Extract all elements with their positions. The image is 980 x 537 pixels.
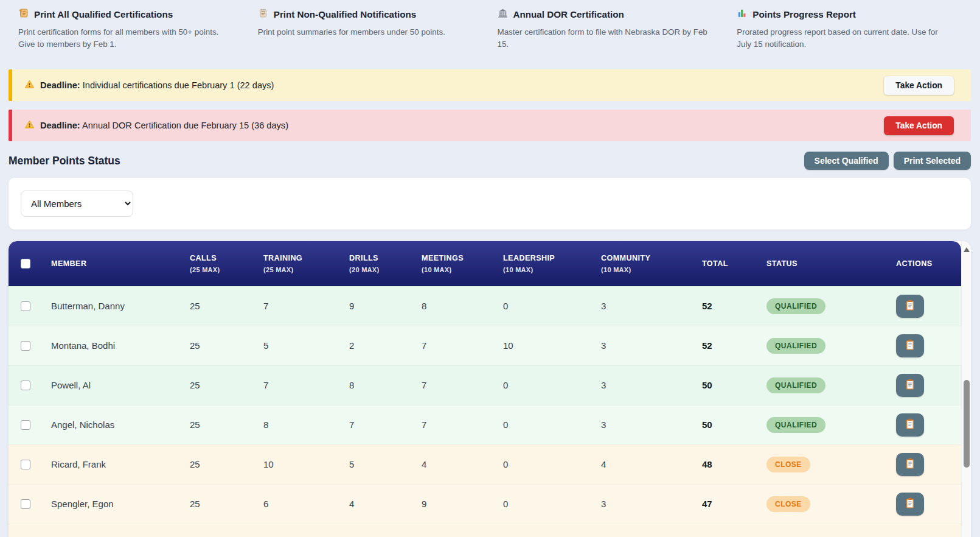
card-progress-report[interactable]: Points Progress Report Prorated progress…: [737, 8, 962, 51]
member-name: Montana, Bodhi: [45, 326, 184, 365]
table-row: Angel, Nicholas 25 8 7 7 0 3 50 QUALIFIE…: [9, 405, 961, 444]
table-row: Spengler, Egon 25 6 4 9 0 3 47 CLOSE: [9, 484, 961, 524]
take-action-button[interactable]: Take Action: [884, 76, 954, 95]
table-row: Ricard, Frank 25 10 5 4 0 4 48 CLOSE: [9, 444, 961, 484]
print-member-button[interactable]: [896, 453, 924, 476]
warning-icon: [24, 119, 40, 132]
column-header-community: COMMUNITY: [601, 254, 696, 262]
card-description: Print certification forms for all member…: [18, 26, 230, 51]
scroll-up-arrow[interactable]: [964, 247, 970, 252]
column-header-total: TOTAL: [702, 259, 760, 268]
clipboard-icon: [905, 379, 915, 392]
status-badge: CLOSE: [766, 457, 810, 472]
card-description: Print point summaries for members under …: [258, 26, 470, 38]
notepad-icon: [258, 8, 268, 21]
print-member-button[interactable]: [896, 413, 924, 437]
member-name: Butterman, Danny: [45, 286, 184, 326]
table-row: Butterman, Danny 25 7 9 8 0 3 52 QUALIFI…: [9, 286, 961, 326]
column-header-status: STATUS: [766, 259, 890, 268]
clipboard-icon: [905, 458, 915, 471]
column-header-meetings: MEETINGS: [422, 254, 497, 262]
print-member-button[interactable]: [896, 374, 924, 397]
card-title: Print Non-Qualified Notifications: [274, 9, 417, 19]
column-header-drills: DRILLS: [349, 254, 415, 262]
print-member-button[interactable]: [896, 493, 924, 516]
status-badge: QUALIFIED: [766, 338, 825, 354]
table-row: [9, 524, 961, 537]
card-print-qualified[interactable]: Print All Qualified Certifications Print…: [18, 8, 243, 51]
column-header-leadership: LEADERSHIP: [503, 254, 595, 262]
table-header-row: MEMBER CALLS(25 MAX) TRAINING(25 MAX) DR…: [9, 241, 961, 286]
bar-chart-icon: [737, 8, 747, 21]
clipboard-icon: [905, 497, 915, 511]
clipboard-icon: [905, 418, 915, 432]
card-title: Print All Qualified Certifications: [34, 9, 173, 19]
card-print-non-qualified[interactable]: Print Non-Qualified Notifications Print …: [258, 8, 483, 51]
table-row: Powell, Al 25 7 8 7 0 3 50 QUALIFIED: [9, 365, 961, 405]
row-checkbox[interactable]: [21, 460, 30, 469]
select-all-checkbox[interactable]: [21, 259, 30, 268]
clipboard-icon: [905, 339, 915, 353]
row-checkbox[interactable]: [21, 341, 30, 351]
member-name: Spengler, Egon: [45, 484, 184, 524]
bank-icon: [498, 8, 508, 21]
row-checkbox[interactable]: [21, 420, 30, 430]
print-member-button[interactable]: [896, 295, 924, 318]
status-badge: QUALIFIED: [766, 417, 825, 433]
member-points-table-card: MEMBER CALLS(25 MAX) TRAINING(25 MAX) DR…: [9, 241, 971, 537]
member-name: Ricard, Frank: [45, 444, 184, 484]
member-name: Powell, Al: [45, 365, 184, 405]
card-annual-dor[interactable]: Annual DOR Certification Master certific…: [498, 8, 723, 51]
member-points-table: MEMBER CALLS(25 MAX) TRAINING(25 MAX) DR…: [9, 241, 961, 537]
status-badge: QUALIFIED: [766, 377, 825, 393]
card-title: Points Progress Report: [752, 9, 856, 19]
card-title: Annual DOR Certification: [513, 9, 624, 19]
select-qualified-button[interactable]: Select Qualified: [804, 152, 889, 170]
scrollbar-thumb[interactable]: [964, 380, 970, 468]
column-header-training: TRAINING: [263, 254, 343, 262]
quick-actions-row: Print All Qualified Certifications Print…: [0, 0, 980, 51]
card-description: Master certification form to file with N…: [498, 26, 709, 51]
scroll-icon: [18, 8, 29, 21]
row-checkbox[interactable]: [21, 499, 30, 509]
take-action-button[interactable]: Take Action: [884, 116, 954, 135]
column-header-actions: ACTIONS: [896, 259, 961, 268]
alert-message: Deadline: Individual certifications due …: [40, 80, 274, 90]
column-header-member: MEMBER: [51, 259, 184, 268]
member-name: Angel, Nicholas: [45, 405, 184, 444]
table-row: Montana, Bodhi 25 5 2 7 10 3 52 QUALIFIE…: [9, 326, 961, 365]
warning-icon: [24, 79, 40, 92]
filter-card: All Members: [9, 178, 971, 230]
deadline-alert-individual: Deadline: Individual certifications due …: [9, 69, 971, 101]
table-scroll-area: MEMBER CALLS(25 MAX) TRAINING(25 MAX) DR…: [9, 241, 961, 537]
clipboard-icon: [905, 300, 915, 313]
column-header-calls: CALLS: [190, 254, 257, 262]
status-badge: QUALIFIED: [766, 298, 825, 314]
row-checkbox[interactable]: [21, 301, 30, 311]
card-description: Prorated progress report based on curren…: [737, 26, 948, 51]
member-filter-select[interactable]: All Members: [21, 191, 133, 217]
row-checkbox[interactable]: [21, 381, 30, 390]
print-selected-button[interactable]: Print Selected: [894, 152, 971, 170]
table-scrollbar[interactable]: [961, 241, 971, 537]
alert-message: Deadline: Annual DOR Certification due F…: [40, 121, 288, 130]
print-member-button[interactable]: [896, 334, 924, 357]
page-title: Member Points Status: [9, 155, 120, 167]
section-header: Member Points Status Select Qualified Pr…: [9, 152, 971, 170]
deadline-alert-dor: Deadline: Annual DOR Certification due F…: [9, 110, 971, 141]
status-badge: CLOSE: [766, 496, 810, 512]
